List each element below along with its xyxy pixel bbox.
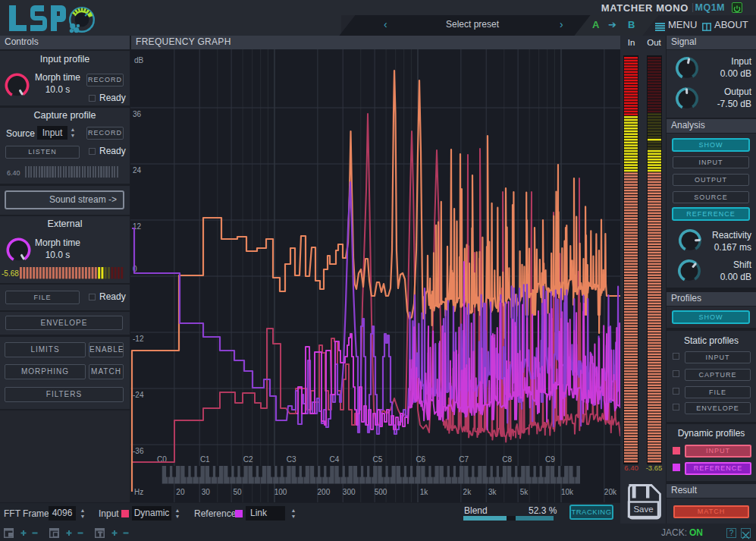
svg-text:30: 30 [202, 488, 211, 496]
svg-text:20k: 20k [604, 488, 617, 496]
svg-text:3k: 3k [488, 488, 497, 496]
svg-text:C2: C2 [243, 455, 253, 464]
svg-text:Hz: Hz [134, 488, 143, 496]
svg-text:200: 200 [318, 488, 331, 496]
svg-text:C8: C8 [502, 455, 512, 464]
svg-text:C9: C9 [545, 455, 555, 464]
svg-text:300: 300 [343, 488, 356, 496]
svg-text:-12: -12 [133, 335, 144, 343]
svg-text:-36: -36 [133, 447, 144, 455]
svg-text:-24: -24 [133, 391, 144, 399]
svg-text:24: 24 [133, 166, 142, 175]
svg-text:C3: C3 [287, 455, 296, 464]
svg-text:2k: 2k [463, 488, 472, 496]
svg-text:5k: 5k [520, 488, 529, 496]
svg-text:1k: 1k [420, 488, 429, 496]
svg-text:36: 36 [133, 110, 142, 118]
svg-text:20: 20 [176, 488, 185, 496]
svg-text:C7: C7 [459, 455, 469, 464]
svg-text:C5: C5 [373, 455, 383, 464]
svg-text:C4: C4 [330, 455, 340, 464]
svg-text:dB: dB [134, 56, 144, 64]
svg-text:500: 500 [375, 488, 387, 496]
svg-text:100: 100 [274, 488, 287, 496]
svg-text:C1: C1 [200, 455, 210, 464]
svg-text:10k: 10k [561, 488, 574, 496]
svg-text:50: 50 [234, 488, 243, 496]
svg-text:C6: C6 [416, 455, 425, 464]
